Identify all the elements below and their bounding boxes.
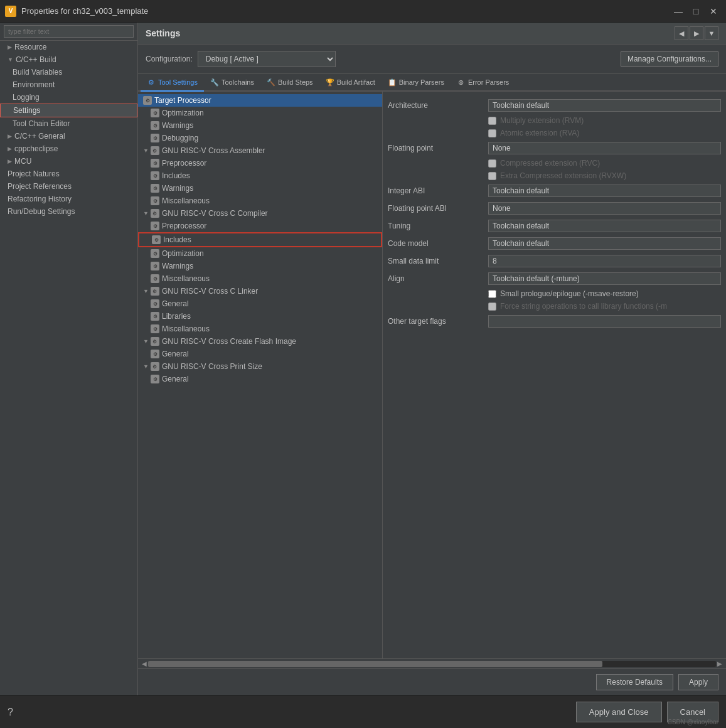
sidebar-item-mcu[interactable]: ▶ MCU bbox=[0, 155, 137, 168]
tree-item-size-general[interactable]: ⚙ General bbox=[138, 373, 382, 385]
prop-input-tuning[interactable] bbox=[488, 220, 721, 232]
tab-toolchains[interactable]: 🔧 Toolchains bbox=[204, 74, 260, 92]
sidebar-item-cpp-build[interactable]: ▼ C/C++ Build bbox=[0, 53, 137, 66]
tab-tool-settings[interactable]: ⚙ Tool Settings bbox=[141, 74, 204, 92]
prop-label-architecture: Architecture bbox=[388, 101, 488, 110]
tree-item-linker-general[interactable]: ⚙ General bbox=[138, 297, 382, 310]
window-title: Properties for ch32_v003_template bbox=[21, 6, 671, 16]
sidebar-item-refactoring-history[interactable]: Refactoring History bbox=[0, 193, 137, 205]
checkbox-multiply-ext[interactable] bbox=[488, 117, 496, 125]
app-icon: V bbox=[5, 6, 16, 17]
tree-item-assembler-includes[interactable]: ⚙ Includes bbox=[138, 169, 382, 182]
scroll-thumb bbox=[148, 661, 602, 667]
checkbox-atomic-ext[interactable] bbox=[488, 129, 496, 137]
prop-input-floating-point[interactable] bbox=[488, 142, 721, 154]
sidebar-item-environment[interactable]: Environment bbox=[0, 78, 137, 91]
tree-item-assembler-misc[interactable]: ⚙ Miscellaneous bbox=[138, 195, 382, 207]
filter-input[interactable] bbox=[4, 25, 134, 38]
prop-label-fp-abi: Floating point ABI bbox=[388, 204, 488, 213]
prop-row-tuning: Tuning bbox=[383, 217, 726, 235]
checkbox-small-prologue[interactable] bbox=[488, 290, 496, 298]
sidebar-item-label: Project References bbox=[8, 182, 72, 191]
prop-row-architecture: Architecture bbox=[383, 97, 726, 114]
tree-item-linker-libraries[interactable]: ⚙ Libraries bbox=[138, 310, 382, 323]
gear-icon: ⚙ bbox=[151, 121, 159, 130]
sidebar-item-resource[interactable]: ▶ Resource bbox=[0, 41, 137, 53]
sidebar-item-tool-chain-editor[interactable]: Tool Chain Editor bbox=[0, 117, 137, 130]
prop-row-extra-compressed-ext: Extra Compressed extension (RVXW) bbox=[383, 169, 726, 182]
nav-back-button[interactable]: ◀ bbox=[675, 26, 688, 40]
prop-label-tuning: Tuning bbox=[388, 222, 488, 230]
tree-item-optimization[interactable]: ⚙ Optimization bbox=[138, 107, 382, 119]
prop-row-fp-abi: Floating point ABI bbox=[383, 200, 726, 217]
checkbox-compressed-ext[interactable] bbox=[488, 159, 496, 168]
prop-label-code-model: Code model bbox=[388, 239, 488, 248]
gear-icon: ⚙ bbox=[151, 337, 159, 346]
arrow-icon: ▼ bbox=[143, 338, 149, 345]
tree-item-debugging[interactable]: ⚙ Debugging bbox=[138, 132, 382, 144]
tree-item-linker-misc[interactable]: ⚙ Miscellaneous bbox=[138, 323, 382, 335]
gear-icon: ⚙ bbox=[151, 274, 159, 283]
tree-item-gnu-risc-v-flash[interactable]: ▼ ⚙ GNU RISC-V Cross Create Flash Image bbox=[138, 335, 382, 348]
tree-item-warnings[interactable]: ⚙ Warnings bbox=[138, 119, 382, 132]
prop-input-fp-abi[interactable] bbox=[488, 202, 721, 215]
tree-item-compiler-warnings[interactable]: ⚙ Warnings bbox=[138, 260, 382, 272]
tree-item-assembler-preprocessor[interactable]: ⚙ Preprocessor bbox=[138, 157, 382, 169]
scroll-right-arrow[interactable]: ▶ bbox=[716, 660, 723, 667]
gear-icon: ⚙ bbox=[151, 249, 159, 258]
sidebar-item-run-debug-settings[interactable]: Run/Debug Settings bbox=[0, 205, 137, 218]
tree-item-gnu-risc-v-linker[interactable]: ▼ ⚙ GNU RISC-V Cross C Linker bbox=[138, 285, 382, 297]
gear-icon: ⚙ bbox=[151, 171, 159, 180]
tree-item-gnu-risc-v-compiler[interactable]: ▼ ⚙ GNU RISC-V Cross C Compiler bbox=[138, 207, 382, 220]
tree-item-target-processor[interactable]: ⚙ Target Processor bbox=[138, 94, 382, 107]
tree-item-compiler-optimization[interactable]: ⚙ Optimization bbox=[138, 247, 382, 260]
checkbox-extra-compressed-ext[interactable] bbox=[488, 172, 496, 180]
toolchains-icon: 🔧 bbox=[210, 78, 219, 87]
nav-forward-button[interactable]: ▶ bbox=[690, 26, 703, 40]
prop-input-other-target-flags[interactable] bbox=[488, 315, 721, 328]
tab-binary-parsers[interactable]: 📋 Binary Parsers bbox=[382, 74, 451, 92]
tree-item-gnu-risc-v-assembler[interactable]: ▼ ⚙ GNU RISC-V Cross Assembler bbox=[138, 144, 382, 157]
gear-icon: ⚙ bbox=[151, 312, 159, 321]
prop-input-align[interactable] bbox=[488, 272, 721, 285]
prop-input-architecture[interactable] bbox=[488, 99, 721, 112]
tree-item-compiler-misc[interactable]: ⚙ Miscellaneous bbox=[138, 272, 382, 285]
tab-build-steps[interactable]: 🔨 Build Steps bbox=[260, 74, 319, 92]
sidebar-item-settings[interactable]: Settings bbox=[0, 104, 137, 117]
minimize-button[interactable]: — bbox=[671, 4, 686, 19]
apply-and-close-button[interactable]: Apply and Close bbox=[576, 702, 662, 722]
close-button[interactable]: ✕ bbox=[706, 4, 721, 19]
tree-item-compiler-preprocessor[interactable]: ⚙ Preprocessor bbox=[138, 220, 382, 232]
tree-item-gnu-risc-v-size[interactable]: ▼ ⚙ GNU RISC-V Cross Print Size bbox=[138, 360, 382, 373]
sidebar-item-build-variables[interactable]: Build Variables bbox=[0, 66, 137, 78]
prop-input-integer-abi[interactable] bbox=[488, 185, 721, 197]
horizontal-scrollbar[interactable]: ◀ ▶ bbox=[138, 658, 726, 668]
gear-icon: ⚙ bbox=[151, 184, 159, 193]
prop-label-integer-abi: Integer ABI bbox=[388, 186, 488, 195]
sidebar-item-cpp-general[interactable]: ▶ C/C++ General bbox=[0, 130, 137, 142]
maximize-button[interactable]: □ bbox=[688, 4, 703, 19]
tree-item-compiler-includes[interactable]: ⚙ Includes bbox=[138, 232, 382, 247]
tab-error-parsers[interactable]: ⊗ Error Parsers bbox=[451, 74, 515, 92]
sidebar-item-logging[interactable]: Logging bbox=[0, 91, 137, 104]
manage-configurations-button[interactable]: Manage Configurations... bbox=[621, 51, 718, 67]
tree-item-assembler-warnings[interactable]: ⚙ Warnings bbox=[138, 182, 382, 195]
help-icon[interactable]: ? bbox=[8, 707, 13, 718]
scroll-track bbox=[148, 661, 716, 667]
apply-button[interactable]: Apply bbox=[678, 674, 718, 690]
prop-input-code-model[interactable] bbox=[488, 237, 721, 250]
nav-dropdown-button[interactable]: ▼ bbox=[705, 26, 718, 40]
tab-build-artifact[interactable]: 🏆 Build Artifact bbox=[319, 74, 382, 92]
tree-item-flash-general[interactable]: ⚙ General bbox=[138, 348, 382, 360]
restore-defaults-button[interactable]: Restore Defaults bbox=[596, 674, 673, 690]
prop-input-small-data-limit[interactable] bbox=[488, 255, 721, 267]
config-select[interactable]: Debug [ Active ] bbox=[198, 51, 336, 67]
checkbox-force-string[interactable] bbox=[488, 302, 496, 311]
prop-label-small-data-limit: Small data limit bbox=[388, 257, 488, 265]
sidebar-item-project-references[interactable]: Project References bbox=[0, 180, 137, 193]
sidebar-item-project-natures[interactable]: Project Natures bbox=[0, 168, 137, 180]
error-parsers-icon: ⊗ bbox=[457, 78, 466, 87]
scroll-left-arrow[interactable]: ◀ bbox=[141, 660, 148, 667]
sidebar-item-cppcheclipse[interactable]: ▶ cppcheclipse bbox=[0, 142, 137, 155]
arrow-icon: ▼ bbox=[143, 147, 149, 154]
